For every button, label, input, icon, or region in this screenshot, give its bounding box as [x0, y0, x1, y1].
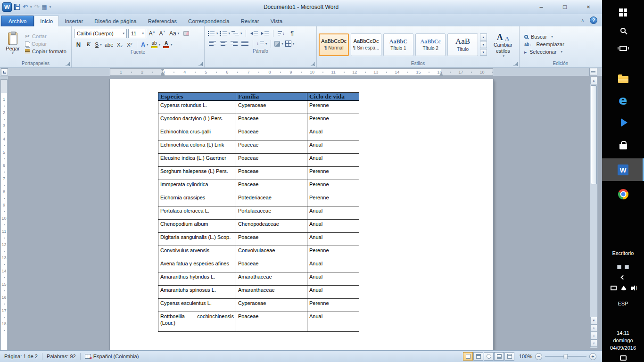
- species-cell[interactable]: Eichornia crassipes: [158, 193, 236, 206]
- lifecycle-cell[interactable]: Perenne: [307, 299, 359, 312]
- tab-inicio[interactable]: Inicio: [34, 16, 59, 26]
- vertical-ruler[interactable]: 123456789101112131415161718: [0, 76, 8, 350]
- family-cell[interactable]: Chenopodeaceae: [236, 220, 307, 233]
- change-case-button[interactable]: Aa: [168, 29, 180, 38]
- species-cell[interactable]: Chenopodium album: [158, 220, 236, 233]
- shrink-font-button[interactable]: A▼: [158, 29, 167, 38]
- family-cell[interactable]: Poaceae: [236, 154, 307, 167]
- show-paragraph-marks-button[interactable]: ¶: [288, 29, 297, 38]
- species-cell[interactable]: Amaranthus hybridus L.: [158, 272, 236, 286]
- zoom-slider[interactable]: [545, 356, 586, 357]
- close-button[interactable]: ×: [582, 3, 594, 10]
- chrome-button[interactable]: [602, 185, 644, 204]
- lifecycle-cell[interactable]: Perenne: [307, 193, 359, 206]
- lifecycle-cell[interactable]: Perenne: [307, 101, 359, 114]
- species-cell[interactable]: Echinochloa colona (L) Link: [158, 140, 236, 154]
- tab-referencias[interactable]: Referencias: [142, 16, 182, 26]
- draft-view-button[interactable]: [504, 352, 514, 361]
- customize-qat-chevron-icon[interactable]: ▾: [50, 5, 51, 9]
- tab-revisar[interactable]: Revisar: [235, 16, 265, 26]
- style-titulo[interactable]: AaB Título: [447, 33, 478, 56]
- fullscreen-reading-view-button[interactable]: [473, 352, 483, 361]
- print-layout-view-button[interactable]: [463, 352, 473, 361]
- align-center-button[interactable]: [218, 39, 228, 48]
- font-size-select[interactable]: 11: [128, 29, 146, 38]
- species-cell[interactable]: Cyperus rotundus L.: [158, 101, 236, 114]
- redo-button[interactable]: ↷: [34, 4, 39, 10]
- dialog-launcher-icon[interactable]: [198, 62, 203, 66]
- store-button[interactable]: [602, 136, 644, 155]
- styles-scroll-down-button[interactable]: ▼: [480, 41, 487, 48]
- borders-button[interactable]: [285, 39, 295, 48]
- cut-button[interactable]: ✂Cortar: [25, 33, 66, 39]
- family-cell[interactable]: Portulacaceae: [236, 206, 307, 220]
- zoom-slider-thumb[interactable]: [564, 354, 568, 359]
- scroll-up-button[interactable]: ▲: [590, 77, 597, 84]
- species-cell[interactable]: Eleusine indica (L.) Gaertner: [158, 154, 236, 167]
- multilevel-list-button[interactable]: [231, 29, 242, 38]
- italic-button[interactable]: K: [84, 40, 93, 49]
- change-styles-button[interactable]: AA Cambiar estilos: [489, 31, 517, 58]
- highlight-color-button[interactable]: ab: [150, 40, 162, 49]
- family-cell[interactable]: Poaceae: [236, 259, 307, 272]
- help-button[interactable]: ?: [590, 16, 597, 24]
- species-cell[interactable]: Rottboellia cochinchinensis (Lour.): [158, 312, 236, 332]
- lifecycle-cell[interactable]: Anual: [307, 312, 359, 332]
- select-browse-object-button[interactable]: ●: [590, 332, 597, 339]
- family-cell[interactable]: Poaceae: [236, 127, 307, 140]
- family-cell[interactable]: Poaceae: [236, 180, 307, 193]
- volume-icon[interactable]: [631, 287, 633, 290]
- scrollbar-thumb[interactable]: [591, 85, 597, 184]
- species-cell[interactable]: Immperata cylindrica: [158, 180, 236, 193]
- lifecycle-cell[interactable]: Perenne: [307, 114, 359, 127]
- shortcut-icon[interactable]: [625, 265, 629, 269]
- vertical-scrollbar[interactable]: ▲ ▼ « ● »: [590, 76, 598, 348]
- desktop-toolbar-label[interactable]: Escritorio: [602, 250, 644, 256]
- font-color-button[interactable]: A: [162, 40, 173, 49]
- family-cell[interactable]: Amarathaceae: [236, 272, 307, 286]
- show-hidden-icons-button[interactable]: [602, 276, 644, 279]
- species-cell[interactable]: Cynodon dactylon (L) Pers.: [158, 114, 236, 127]
- word-count[interactable]: Palabras: 92: [42, 354, 80, 359]
- font-name-select[interactable]: Calibri (Cuerpo): [74, 29, 127, 38]
- previous-page-button[interactable]: «: [590, 324, 597, 332]
- format-painter-button[interactable]: Copiar formato: [25, 49, 66, 54]
- header-ciclo-de-vida[interactable]: Ciclo de vida: [307, 93, 359, 101]
- tab-correspondencia[interactable]: Correspondencia: [182, 16, 235, 26]
- paste-button[interactable]: Pegar ▾: [2, 28, 24, 59]
- movies-tv-button[interactable]: [602, 113, 644, 132]
- left-indent-marker[interactable]: [161, 74, 165, 75]
- style-sin-espaciado[interactable]: AaBbCcDc ¶ Sin espa...: [351, 33, 381, 56]
- undo-button[interactable]: ↶: [23, 4, 28, 10]
- family-cell[interactable]: Potederiaceae: [236, 193, 307, 206]
- species-cell[interactable]: Echinochloa crus-galli: [158, 127, 236, 140]
- superscript-button[interactable]: X²: [125, 40, 134, 49]
- bullets-button[interactable]: [207, 29, 218, 38]
- maximize-button[interactable]: □: [559, 3, 571, 10]
- style-normal[interactable]: AaBbCcDc ¶ Normal: [319, 33, 349, 56]
- lifecycle-cell[interactable]: Anual: [307, 206, 359, 220]
- dialog-launcher-icon[interactable]: [66, 62, 70, 66]
- lifecycle-cell[interactable]: Perenne: [307, 180, 359, 193]
- family-cell[interactable]: Convolvulaceae: [236, 246, 307, 259]
- lifecycle-cell[interactable]: Anual: [307, 220, 359, 233]
- text-effects-button[interactable]: A: [140, 40, 149, 49]
- subscript-button[interactable]: X₂: [115, 40, 124, 49]
- species-cell[interactable]: Sorghum halepense (L) Pers.: [158, 167, 236, 180]
- undo-dropdown-chevron-icon[interactable]: ▾: [30, 5, 32, 9]
- bold-button[interactable]: N: [74, 40, 83, 49]
- dialog-launcher-icon[interactable]: [513, 62, 518, 66]
- edge-button[interactable]: e: [602, 90, 644, 109]
- family-cell[interactable]: Poaceae: [236, 312, 307, 332]
- style-titulo-2[interactable]: AaBbCc Título 2: [415, 33, 446, 56]
- web-layout-view-button[interactable]: [484, 352, 494, 361]
- page-indicator[interactable]: Página: 1 de 2: [0, 354, 42, 359]
- strikethrough-button[interactable]: abe: [104, 40, 114, 49]
- select-button[interactable]: ▸Seleccionar: [524, 49, 597, 55]
- right-indent-marker[interactable]: [439, 73, 443, 75]
- network-icon[interactable]: [620, 286, 627, 290]
- align-left-button[interactable]: [207, 39, 217, 48]
- first-line-indent-marker[interactable]: [161, 69, 165, 71]
- sort-button[interactable]: ↓: [277, 29, 286, 38]
- align-right-button[interactable]: [229, 39, 239, 48]
